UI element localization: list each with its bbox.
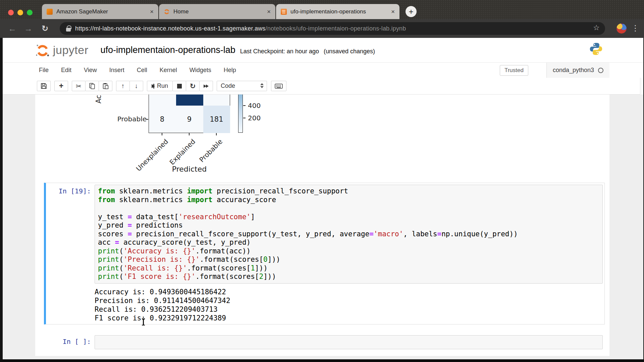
menu-widgets[interactable]: Widgets <box>190 67 211 74</box>
notebook-title[interactable]: ufo-implementaion-operations-lab <box>101 45 235 55</box>
restart-kernel-button[interactable]: ↻ <box>186 81 200 91</box>
menu-edit[interactable]: Edit <box>61 67 71 74</box>
tab-strip: Amazon SageMaker × Home × ufo-implementa… <box>42 4 417 19</box>
close-window-button[interactable] <box>8 10 14 15</box>
jupyter-logo-text: jupyter <box>53 44 89 57</box>
select-arrows-icon <box>260 83 264 88</box>
notebook-body: Ac Probable 8 9 181 Unexplained Explaine… <box>3 95 643 359</box>
trusted-badge[interactable]: Trusted <box>500 65 528 76</box>
empty-code-editor[interactable] <box>95 335 603 349</box>
reload-icon[interactable]: ↻ <box>42 23 48 34</box>
code-line <box>98 204 599 213</box>
python-logo-icon <box>589 42 603 57</box>
kernel-idle-icon <box>598 68 603 73</box>
colorbar-label: 400 <box>248 102 261 110</box>
cell-output-row: Accuracy is: 0.9493600445186422Precision… <box>48 288 603 322</box>
tab-close-icon[interactable]: × <box>391 8 395 15</box>
output-prompt <box>48 288 95 322</box>
minimize-window-button[interactable] <box>17 10 23 15</box>
menubar-right: Trusted conda_python3 <box>500 63 609 78</box>
command-palette-button[interactable] <box>271 81 286 91</box>
code-line: y_test = data_test['researchOutcome'] <box>98 213 599 222</box>
tab-close-icon[interactable]: × <box>267 8 271 15</box>
bookmark-star-icon[interactable]: ☆ <box>593 23 600 32</box>
browser-menu-icon[interactable]: ⋮ <box>631 23 639 33</box>
code-line: from sklearn.metrics import precision_re… <box>98 187 599 196</box>
plot-ylabel: Ac <box>95 95 103 104</box>
zoom-window-button[interactable] <box>27 10 33 15</box>
notebook-page: Ac Probable 8 9 181 Unexplained Explaine… <box>35 95 609 356</box>
url-text: https://ml-labs-notebook-instance.notebo… <box>75 25 406 32</box>
code-line: acc = accuracy_score(y_test, y_pred) <box>98 238 599 247</box>
browser-tab-home[interactable]: Home × <box>159 4 275 19</box>
interrupt-kernel-button[interactable] <box>172 81 186 91</box>
menu-file[interactable]: File <box>39 67 49 74</box>
menu-view[interactable]: View <box>84 67 97 74</box>
move-cell-up-button[interactable]: ↑ <box>116 81 130 91</box>
y-tick <box>146 119 148 120</box>
code-cell-19[interactable]: In [19]: from sklearn.metrics import pre… <box>44 183 605 324</box>
output-text: Accuracy is: 0.9493600445186422Precision… <box>95 288 230 322</box>
output-line: Accuracy is: 0.9493600445186422 <box>95 288 230 296</box>
code-line: print('F1 score is: {}'.format(scores[2]… <box>98 273 599 281</box>
save-button[interactable] <box>37 81 51 91</box>
x-tick <box>189 133 190 135</box>
colorbar-tick <box>243 105 246 106</box>
empty-code-cell[interactable]: In [ ]: <box>44 333 605 351</box>
cell-input-row: In [19]: from sklearn.metrics import pre… <box>48 185 603 284</box>
text-cursor-icon <box>143 318 144 325</box>
output-line: Precision is: 0.9114145004647342 <box>95 296 230 305</box>
paste-cell-button[interactable] <box>99 81 112 91</box>
menu-kernel[interactable]: Kernel <box>160 67 177 74</box>
browser-tab-notebook[interactable]: ufo-implementaion-operations × <box>276 4 399 19</box>
jupyter-logo[interactable]: jupyter <box>35 43 89 58</box>
matrix-value: 181 <box>203 115 230 123</box>
move-cell-down-button[interactable]: ↓ <box>129 81 143 91</box>
insert-cell-button[interactable]: + <box>54 81 68 91</box>
code-editor[interactable]: from sklearn.metrics import precision_re… <box>95 185 603 284</box>
jupyter-favicon-icon <box>164 9 170 15</box>
address-bar[interactable]: https://ml-labs-notebook-instance.notebo… <box>60 22 605 35</box>
cell-type-value: Code <box>221 82 235 89</box>
traffic-lights <box>8 10 33 15</box>
new-tab-button[interactable]: + <box>406 6 417 17</box>
restart-run-all-button[interactable] <box>199 81 213 91</box>
browser-tab-amazon-sagemaker[interactable]: Amazon SageMaker × <box>42 4 158 19</box>
menu-cell[interactable]: Cell <box>137 67 147 74</box>
tab-label: ufo-implementaion-operations <box>290 8 388 15</box>
copy-icon <box>89 83 95 89</box>
code-line: y_pred = predictions <box>98 221 599 230</box>
menu-insert[interactable]: Insert <box>109 67 124 74</box>
code-line: scores = precision_recall_fscore_support… <box>98 230 599 239</box>
output-line: Recall is: 0.9362512209403713 <box>95 305 230 314</box>
input-prompt: In [19]: <box>48 185 95 284</box>
plot-xlabel: Predicted <box>149 165 230 173</box>
confusion-matrix-plot: Ac Probable 8 9 181 Unexplained Explaine… <box>35 95 609 176</box>
colorbar-label: 200 <box>248 114 261 122</box>
tab-close-icon[interactable]: × <box>150 8 154 15</box>
colorbar <box>238 95 243 133</box>
cut-cell-button[interactable]: ✂ <box>72 81 86 91</box>
run-cell-button[interactable]: Run <box>147 81 173 91</box>
forward-icon[interactable]: → <box>24 23 33 34</box>
jupyter-header: jupyter ufo-implementaion-operations-lab… <box>3 38 643 62</box>
page-content: jupyter ufo-implementaion-operations-lab… <box>3 38 643 359</box>
x-tick <box>216 133 217 135</box>
profile-avatar[interactable] <box>616 23 627 34</box>
back-icon[interactable]: ← <box>8 23 16 34</box>
tab-label: Amazon SageMaker <box>56 8 147 15</box>
input-prompt: In [ ]: <box>48 335 95 349</box>
code-line: print('Precision is: {}'.format(scores[0… <box>98 255 599 264</box>
paste-icon <box>102 83 109 89</box>
lock-icon <box>66 28 71 32</box>
menu-help[interactable]: Help <box>224 67 236 74</box>
notebook-favicon-icon <box>281 9 287 15</box>
jupyter-menubar: File Edit View Insert Cell Kernel Widget… <box>3 62 643 78</box>
url-path: /notebooks/ufo-implementaion-operations-… <box>266 25 406 32</box>
code-line: print('Accuracy is: {}'.format(acc)) <box>98 247 599 256</box>
cell-type-select[interactable]: Code <box>217 81 267 91</box>
stop-icon <box>177 84 182 88</box>
copy-cell-button[interactable] <box>85 81 99 91</box>
output-line: F1 score is: 0.9232919712224389 <box>95 314 230 322</box>
code-line: from sklearn.metrics import accuracy_sco… <box>98 196 599 204</box>
